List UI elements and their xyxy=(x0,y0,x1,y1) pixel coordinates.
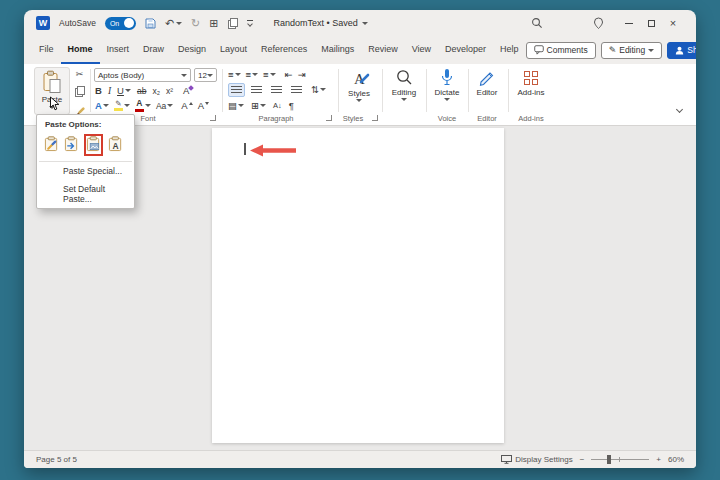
tab-developer[interactable]: Developer xyxy=(438,36,493,64)
italic-button[interactable]: I xyxy=(108,86,111,96)
zoom-in-button[interactable]: + xyxy=(656,455,661,464)
tab-help[interactable]: Help xyxy=(493,36,526,64)
sort-button[interactable]: A↓ xyxy=(273,101,282,110)
font-dialog-launcher[interactable] xyxy=(210,115,216,121)
underline-button[interactable]: U xyxy=(117,85,131,96)
tab-home[interactable]: Home xyxy=(61,36,100,64)
change-case-button[interactable]: Aa xyxy=(156,101,173,111)
dictate-button-label: Dictate xyxy=(435,88,460,97)
text-cursor xyxy=(244,143,246,155)
word-logo-icon[interactable]: W xyxy=(36,16,50,30)
show-formatting-button[interactable]: ¶ xyxy=(289,100,294,111)
paste-special-menu-item[interactable]: Paste Special... xyxy=(37,162,134,180)
styles-dialog-launcher[interactable] xyxy=(372,115,378,121)
decrease-indent-button[interactable]: ⇤ xyxy=(285,69,293,80)
strikethrough-button[interactable]: ab xyxy=(137,86,146,96)
presence-icon[interactable] xyxy=(593,17,604,30)
tab-references[interactable]: References xyxy=(254,36,314,64)
pencil-icon: ✎ xyxy=(609,45,617,55)
addins-button[interactable]: Add-ins xyxy=(512,66,550,112)
keep-text-only-icon[interactable]: A xyxy=(108,136,123,154)
justify-button[interactable] xyxy=(288,83,305,97)
align-center-button[interactable] xyxy=(248,83,265,97)
align-left-button[interactable] xyxy=(228,83,245,97)
text-effects-typography-button[interactable]: A xyxy=(95,100,109,111)
group-divider xyxy=(468,69,469,112)
tab-draw[interactable]: Draw xyxy=(136,36,171,64)
dictate-button[interactable]: Dictate xyxy=(430,66,464,112)
editor-button[interactable]: Editor xyxy=(472,66,502,112)
search-icon[interactable] xyxy=(531,17,543,29)
picture-paste-highlight-box xyxy=(84,134,103,156)
zoom-slider[interactable] xyxy=(591,459,649,460)
zoom-out-button[interactable]: − xyxy=(580,455,585,464)
grow-font-button[interactable]: A xyxy=(181,100,192,111)
tab-file[interactable]: File xyxy=(32,36,61,64)
titlebar-controls: × xyxy=(531,17,684,30)
document-title[interactable]: RandomText • Saved xyxy=(274,18,368,28)
superscript-button[interactable]: x² xyxy=(166,86,173,96)
autosave-toggle[interactable]: On xyxy=(105,17,136,30)
keep-source-formatting-icon[interactable] xyxy=(44,136,59,154)
font-size-combobox[interactable]: 12 xyxy=(194,68,217,82)
tab-review[interactable]: Review xyxy=(361,36,405,64)
picture-paste-icon[interactable] xyxy=(86,136,101,154)
undo-button[interactable]: ↶ xyxy=(165,18,182,29)
person-icon xyxy=(675,46,684,55)
multilevel-list-button[interactable]: ≡ xyxy=(263,69,276,80)
highlighter-icon: ✎ xyxy=(114,100,123,112)
collapse-ribbon-icon[interactable] xyxy=(677,98,682,116)
styles-button-label: Styles xyxy=(348,89,370,98)
comments-button[interactable]: Comments xyxy=(526,42,596,59)
subscript-button[interactable]: x₂ xyxy=(152,86,160,96)
increase-indent-button[interactable]: ⇥ xyxy=(298,69,306,80)
display-settings-label: Display Settings xyxy=(515,455,572,464)
find-icon xyxy=(395,68,413,87)
zoom-slider-tick xyxy=(619,457,620,462)
editing-mode-button[interactable]: ✎ Editing xyxy=(601,42,663,59)
display-settings-button[interactable]: Display Settings xyxy=(501,455,572,464)
tab-mailings[interactable]: Mailings xyxy=(314,36,361,64)
shrink-font-button[interactable]: A xyxy=(198,100,209,111)
styles-button[interactable]: A Styles xyxy=(342,66,376,112)
line-spacing-button[interactable]: ⇅ xyxy=(311,84,326,95)
bold-button[interactable]: B xyxy=(95,85,102,96)
merge-formatting-icon[interactable] xyxy=(64,136,79,154)
bullets-button[interactable]: ≡ xyxy=(228,69,241,80)
tab-design[interactable]: Design xyxy=(171,36,213,64)
page-indicator[interactable]: Page 5 of 5 xyxy=(36,455,77,464)
zoom-level[interactable]: 60% xyxy=(668,455,684,464)
tab-view[interactable]: View xyxy=(405,36,438,64)
close-button[interactable]: × xyxy=(662,17,684,29)
save-icon[interactable] xyxy=(145,18,156,29)
borders-button[interactable]: ⊞ xyxy=(251,100,266,111)
paste-options-header: Paste Options: xyxy=(37,115,134,131)
document-page[interactable] xyxy=(212,128,504,443)
share-button[interactable]: Share xyxy=(667,42,696,59)
autosave-state: On xyxy=(110,20,119,27)
numbering-button[interactable]: ≡ xyxy=(246,69,259,80)
text-effects-button[interactable]: A xyxy=(183,85,193,96)
group-divider xyxy=(90,69,91,112)
read-mode-icon[interactable]: ⊞ xyxy=(209,18,218,29)
highlight-color-button[interactable]: ✎ xyxy=(114,100,130,112)
shading-button[interactable]: ▤ xyxy=(228,100,244,111)
align-right-button[interactable] xyxy=(268,83,285,97)
set-default-paste-menu-item[interactable]: Set Default Paste... xyxy=(37,180,134,208)
copy-icon[interactable] xyxy=(75,83,85,101)
font-color-button[interactable]: A xyxy=(135,99,151,112)
tab-layout[interactable]: Layout xyxy=(213,36,254,64)
clipboard-icon[interactable] xyxy=(228,18,238,29)
statusbar-right: Display Settings − + 60% xyxy=(501,455,684,464)
minimize-button[interactable] xyxy=(618,23,640,24)
redo-icon[interactable]: ↻ xyxy=(191,18,200,29)
font-name-combobox[interactable]: Aptos (Body) xyxy=(94,68,191,82)
paragraph-dialog-launcher[interactable] xyxy=(326,115,332,121)
editor-pencil-icon xyxy=(478,68,496,87)
tab-insert[interactable]: Insert xyxy=(100,36,137,64)
quick-access-menu-icon[interactable] xyxy=(247,20,253,26)
cut-icon[interactable]: ✂ xyxy=(76,69,84,79)
editing-button[interactable]: Editing xyxy=(386,66,422,112)
maximize-button[interactable] xyxy=(640,20,662,27)
zoom-slider-thumb[interactable] xyxy=(607,455,611,464)
